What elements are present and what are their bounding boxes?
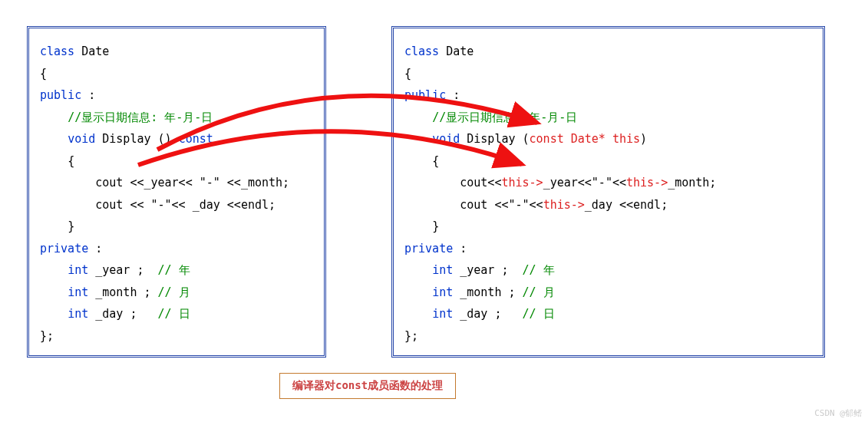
keyword: int xyxy=(68,263,88,277)
keyword: int xyxy=(432,285,453,299)
code-line: { xyxy=(40,63,313,85)
code-text: } xyxy=(68,219,74,233)
keyword: int xyxy=(432,307,453,321)
code-text: : xyxy=(81,88,95,102)
code-text: { xyxy=(68,154,74,168)
code-text: _year ; xyxy=(88,263,157,277)
code-text: _year<<"-"<< xyxy=(543,176,626,190)
code-text: Date xyxy=(439,45,474,58)
comment: // 年 xyxy=(158,263,190,277)
comment: // 月 xyxy=(158,285,190,299)
code-text: Display ( xyxy=(460,132,529,146)
code-text: : xyxy=(453,242,467,256)
code-line: cout <<"-"<<this->_day <<endl; xyxy=(404,194,812,216)
code-line: { xyxy=(40,150,313,173)
code-text: cout <<"-"<< xyxy=(460,198,543,212)
code-text: } xyxy=(432,219,439,233)
code-text: _day ; xyxy=(453,307,522,321)
code-line: cout<<this->_year<<"-"<<this->_month; xyxy=(404,172,812,194)
code-line: //显示日期信息: 年-月-日 xyxy=(40,107,313,129)
code-line: int _day ; // 日 xyxy=(40,303,313,325)
code-line: public : xyxy=(404,84,812,107)
code-line: } xyxy=(40,216,313,238)
code-text: cout<< xyxy=(460,176,501,190)
highlight: const Date* this xyxy=(530,132,641,146)
code-line: public : xyxy=(40,84,313,107)
comment: // 日 xyxy=(158,307,190,321)
code-line: int _year ; // 年 xyxy=(404,259,812,282)
highlight: this-> xyxy=(501,176,543,190)
keyword: class xyxy=(40,45,74,58)
comment: //显示日期信息: 年-月-日 xyxy=(432,110,577,124)
code-line: }; xyxy=(404,325,812,348)
comment: // 日 xyxy=(523,307,555,321)
code-text: _month; xyxy=(668,176,716,190)
code-text: { xyxy=(432,154,439,168)
comment: //显示日期信息: 年-月-日 xyxy=(68,110,213,124)
code-text: ) xyxy=(640,132,647,146)
code-text: Date xyxy=(74,45,109,58)
code-panel-right: class Date { public : //显示日期信息: 年-月-日 vo… xyxy=(391,26,825,358)
code-text: cout << "-"<< _day <<endl; xyxy=(95,198,276,212)
caption-text: 编译器对const成员函数的处理 xyxy=(292,379,443,391)
keyword: public xyxy=(40,88,81,102)
code-text: _day <<endl; xyxy=(585,198,668,212)
code-line: { xyxy=(404,150,812,173)
code-text: : xyxy=(88,242,102,256)
code-line: class Date xyxy=(40,41,313,63)
keyword: void xyxy=(432,132,460,146)
code-line: private : xyxy=(404,238,812,260)
keyword: public xyxy=(404,88,446,102)
code-line: int _day ; // 日 xyxy=(404,303,812,325)
code-line: //显示日期信息: 年-月-日 xyxy=(404,107,812,129)
highlight: this-> xyxy=(543,198,585,212)
code-text: cout <<_year<< "-" <<_month; xyxy=(95,176,289,190)
code-line: void Display (const Date* this) xyxy=(404,128,812,150)
keyword: class xyxy=(404,45,439,58)
code-line: void Display () const xyxy=(40,128,313,150)
caption-box: 编译器对const成员函数的处理 xyxy=(279,373,456,399)
code-text: _month ; xyxy=(453,285,522,299)
code-text: Display () xyxy=(95,132,178,146)
code-line: int _month ; // 月 xyxy=(404,282,812,304)
code-line: private : xyxy=(40,238,313,260)
keyword: int xyxy=(68,285,88,299)
code-panel-left: class Date { public : //显示日期信息: 年-月-日 vo… xyxy=(27,26,326,358)
comment: // 年 xyxy=(523,263,555,277)
keyword: const xyxy=(179,132,213,146)
keyword: private xyxy=(404,242,453,256)
code-text: _month ; xyxy=(88,285,157,299)
code-text: _year ; xyxy=(453,263,522,277)
code-line: { xyxy=(404,63,812,85)
keyword: private xyxy=(40,242,88,256)
keyword: int xyxy=(432,263,453,277)
code-text: _day ; xyxy=(88,307,157,321)
code-line: int _month ; // 月 xyxy=(40,282,313,304)
code-line: }; xyxy=(40,325,313,348)
keyword: int xyxy=(68,307,88,321)
keyword: void xyxy=(68,132,95,146)
comment: // 月 xyxy=(523,285,555,299)
code-line: cout << "-"<< _day <<endl; xyxy=(40,194,313,216)
code-line: } xyxy=(404,216,812,238)
watermark: CSDN @郁鳍 xyxy=(814,407,862,419)
code-line: int _year ; // 年 xyxy=(40,259,313,282)
code-line: class Date xyxy=(404,41,812,63)
code-line: cout <<_year<< "-" <<_month; xyxy=(40,172,313,194)
highlight: this-> xyxy=(626,176,668,190)
code-text: : xyxy=(446,88,460,102)
